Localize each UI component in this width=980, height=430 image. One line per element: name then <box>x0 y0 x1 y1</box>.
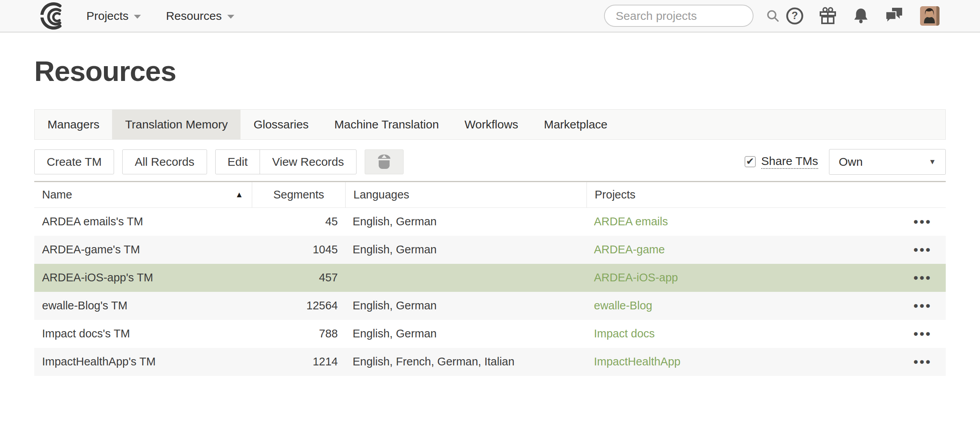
column-header-segments[interactable]: Segments <box>252 182 346 207</box>
segments-cell: 12564 <box>252 299 346 312</box>
column-header-languages[interactable]: Languages <box>346 182 587 207</box>
trash-icon <box>374 153 394 171</box>
table-row[interactable]: ARDEA emails's TM 45 English, German ARD… <box>34 208 946 236</box>
sort-asc-icon: ▲ <box>235 190 243 199</box>
scope-select-value: Own <box>839 155 863 168</box>
tm-name-cell: Impact docs's TM <box>34 327 252 340</box>
search-box <box>604 5 753 27</box>
segments-cell: 45 <box>252 215 346 228</box>
nav-menu-item[interactable]: Resources <box>166 9 234 23</box>
project-link[interactable]: ImpactHealthApp <box>594 355 680 368</box>
tab[interactable]: Translation Memory <box>112 110 241 139</box>
main-content: Resources ManagersTranslation MemoryGlos… <box>0 53 980 376</box>
create-tm-button[interactable]: Create TM <box>34 149 114 174</box>
nav-icon-group: ? <box>771 6 940 26</box>
row-menu-icon[interactable]: ••• <box>913 299 932 312</box>
column-header-name[interactable]: Name ▲ <box>34 182 252 207</box>
languages-cell: English, German <box>346 327 587 340</box>
column-header-projects[interactable]: Projects <box>587 182 946 207</box>
edit-button[interactable]: Edit <box>216 150 260 174</box>
tm-name-cell: ARDEA emails's TM <box>34 215 252 228</box>
tm-name-cell: ARDEA-iOS-app's TM <box>34 271 252 284</box>
languages-cell: English, French, German, Italian <box>346 355 587 368</box>
tm-table: Name ▲ Segments Languages Projects ARDEA… <box>34 181 946 376</box>
delete-tm-button[interactable] <box>365 149 404 174</box>
chevron-down-icon: ▼ <box>929 158 936 166</box>
chevron-down-icon <box>134 15 141 19</box>
svg-text:?: ? <box>792 10 798 21</box>
row-menu-icon[interactable]: ••• <box>913 215 932 228</box>
tm-name-cell: ARDEA-game's TM <box>34 243 252 256</box>
project-link[interactable]: ARDEA emails <box>594 215 668 228</box>
languages-cell: English, German <box>346 243 587 256</box>
bell-icon[interactable] <box>852 7 870 25</box>
table-row[interactable]: ARDEA-game's TM 1045 English, German ARD… <box>34 236 946 264</box>
projects-cell: ewalle-Blog ••• <box>587 299 946 312</box>
search-input[interactable] <box>616 9 766 23</box>
checkmark-icon: ✔ <box>746 156 754 166</box>
tm-name-cell: ImpactHealthApp's TM <box>34 355 252 368</box>
toolbar-right: ✔ Share TMs Own ▼ <box>745 149 946 175</box>
projects-cell: Impact docs ••• <box>587 327 946 340</box>
segments-cell: 1045 <box>252 243 346 256</box>
chat-icon[interactable] <box>884 6 904 26</box>
nav-menu-label: Projects <box>86 9 128 23</box>
nav-menus: Projects Resources <box>86 9 259 23</box>
help-icon[interactable]: ? <box>785 7 804 25</box>
project-link[interactable]: ARDEA-game <box>594 243 665 256</box>
nav-menu-label: Resources <box>166 9 221 23</box>
table-header: Name ▲ Segments Languages Projects <box>34 182 946 208</box>
nav-menu-item[interactable]: Projects <box>86 9 141 23</box>
table-body: ARDEA emails's TM 45 English, German ARD… <box>34 208 946 376</box>
segments-cell: 788 <box>252 327 346 340</box>
project-link[interactable]: ewalle-Blog <box>594 299 652 312</box>
app-logo-icon[interactable] <box>34 2 67 30</box>
page-title: Resources <box>34 53 946 90</box>
project-link[interactable]: ARDEA-iOS-app <box>594 271 678 284</box>
gift-icon[interactable] <box>818 6 838 26</box>
row-menu-icon[interactable]: ••• <box>913 327 932 340</box>
resource-tabs: ManagersTranslation MemoryGlossariesMach… <box>34 109 946 140</box>
tab[interactable]: Machine Translation <box>321 110 451 139</box>
avatar[interactable] <box>920 6 940 26</box>
tab[interactable]: Glossaries <box>241 110 321 139</box>
project-link[interactable]: Impact docs <box>594 327 655 340</box>
share-tms-checkbox[interactable]: ✔ <box>745 156 756 167</box>
table-row[interactable]: ARDEA-iOS-app's TM 457 ARDEA-iOS-app ••• <box>34 264 946 292</box>
share-tms-label[interactable]: Share TMs <box>761 154 818 169</box>
edit-view-button-group: Edit View Records <box>215 149 357 174</box>
languages-cell: English, German <box>346 215 587 228</box>
row-menu-icon[interactable]: ••• <box>913 271 932 284</box>
table-row[interactable]: ewalle-Blog's TM 12564 English, German e… <box>34 292 946 320</box>
top-nav: Projects Resources ? <box>0 0 980 33</box>
projects-cell: ARDEA emails ••• <box>587 215 946 228</box>
projects-cell: ARDEA-game ••• <box>587 243 946 256</box>
tab[interactable]: Workflows <box>452 110 531 139</box>
projects-cell: ARDEA-iOS-app ••• <box>587 271 946 284</box>
all-records-button[interactable]: All Records <box>122 149 207 174</box>
languages-cell: English, German <box>346 299 587 312</box>
chevron-down-icon <box>227 15 234 19</box>
toolbar: Create TM All Records Edit View Records … <box>34 149 946 175</box>
row-menu-icon[interactable]: ••• <box>913 355 932 368</box>
table-row[interactable]: ImpactHealthApp's TM 1214 English, Frenc… <box>34 348 946 376</box>
segments-cell: 457 <box>252 271 346 284</box>
tm-name-cell: ewalle-Blog's TM <box>34 299 252 312</box>
row-menu-icon[interactable]: ••• <box>913 243 932 256</box>
table-row[interactable]: Impact docs's TM 788 English, German Imp… <box>34 320 946 348</box>
segments-cell: 1214 <box>252 355 346 368</box>
scope-select[interactable]: Own ▼ <box>829 149 946 175</box>
tab[interactable]: Marketplace <box>531 110 620 139</box>
tab[interactable]: Managers <box>35 110 112 139</box>
view-records-button[interactable]: View Records <box>260 150 356 174</box>
projects-cell: ImpactHealthApp ••• <box>587 355 946 368</box>
